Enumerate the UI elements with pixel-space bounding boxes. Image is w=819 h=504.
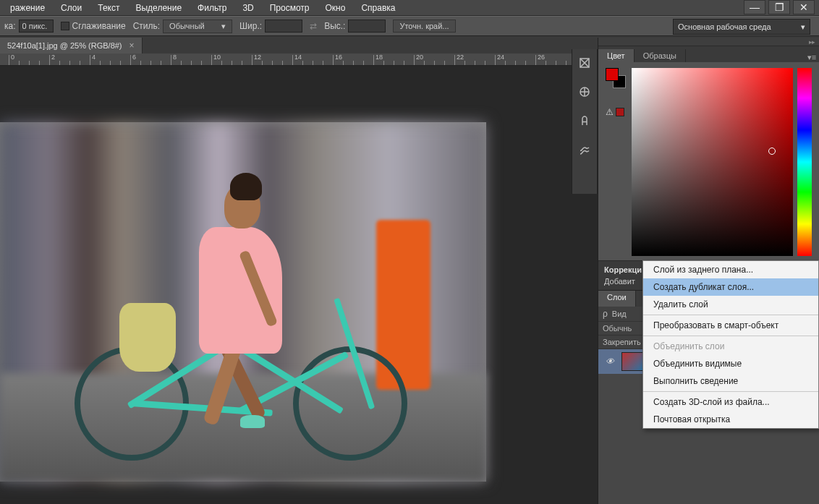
context-menu-item[interactable]: Преобразовать в смарт-объект (643, 317, 818, 334)
antialias-label: Сглаживание (72, 21, 126, 31)
antialias-checkbox[interactable] (61, 22, 69, 30)
tab-color[interactable]: Цвет (598, 49, 635, 62)
hue-slider[interactable] (797, 68, 812, 256)
menu-item[interactable]: Слои (54, 1, 89, 14)
chevron-down-icon: ▾ (221, 22, 226, 31)
layer-context-menu: Слой из заднего плана...Создать дубликат… (642, 260, 819, 429)
collapsed-panel-dock (572, 49, 598, 194)
maximize-button[interactable]: ❐ (768, 0, 790, 14)
visibility-toggle-icon[interactable]: 👁 (604, 356, 616, 367)
color-field[interactable] (632, 68, 793, 256)
panel-menu-icon[interactable]: ▾≡ (805, 53, 819, 62)
gamut-warning[interactable]: ⚠ (606, 107, 627, 117)
menu-item[interactable]: Выделение (128, 1, 189, 14)
menu-item[interactable]: Окно (318, 1, 353, 14)
gamut-swatch (616, 108, 624, 116)
window-controls: — ❐ ✕ (741, 0, 815, 14)
lock-label: Закрепить (603, 338, 641, 346)
style-label: Стиль: (133, 21, 160, 31)
menu-item[interactable]: Просмотр (263, 1, 317, 14)
blend-mode-select[interactable]: Обычнь (603, 324, 632, 333)
main-menu-bar: ражение Слои Текст Выделение Фильтр 3D П… (0, 0, 819, 16)
workspace-value: Основная рабочая среда (678, 22, 771, 31)
layer-filter-label: Вид (612, 309, 627, 318)
fg-bg-swatch[interactable] (606, 68, 626, 88)
tab-layers[interactable]: Слои (598, 291, 636, 307)
width-label: Шир.: (239, 21, 262, 31)
context-menu-item: Объединить слои (643, 338, 818, 355)
feather-label: ка: (4, 21, 16, 31)
document-tab[interactable]: 524f10a[1].jpg @ 25% (RGB/8#) × (0, 38, 143, 54)
menu-item[interactable]: Фильтр (190, 1, 234, 14)
tab-swatches[interactable]: Образцы (635, 49, 686, 62)
menu-item[interactable]: ражение (3, 1, 52, 14)
context-menu-item[interactable]: Слой из заднего плана... (643, 261, 818, 278)
context-menu-item[interactable]: Почтовая открытка (643, 411, 818, 428)
menu-item[interactable]: Текст (90, 1, 127, 14)
foreground-color-swatch[interactable] (606, 68, 619, 81)
context-menu-item[interactable]: Создать 3D-слой из файла... (643, 393, 818, 411)
color-panel-tabs: Цвет Образцы ▾≡ (598, 46, 819, 62)
panel-collapse-grip[interactable]: ▸▸ (598, 38, 819, 46)
height-label: Выс.: (324, 21, 345, 31)
refine-edge-button[interactable]: Уточн. край... (393, 20, 455, 33)
swap-dimensions-icon[interactable]: ⇄ (310, 21, 317, 31)
menu-item[interactable]: Справка (354, 1, 402, 14)
color-panel: ⚠ (598, 62, 819, 261)
minimize-button[interactable]: — (744, 0, 765, 14)
color-picker-cursor (768, 148, 776, 155)
close-tab-icon[interactable]: × (130, 40, 135, 51)
warning-icon: ⚠ (606, 107, 614, 117)
close-button[interactable]: ✕ (793, 0, 815, 14)
style-value: Обычный (169, 22, 205, 31)
style-select[interactable]: Обычный▾ (163, 20, 232, 33)
context-menu-item[interactable]: Выполнить сведение (643, 372, 818, 390)
height-input[interactable] (348, 20, 386, 33)
history-panel-icon[interactable] (577, 55, 593, 71)
width-input[interactable] (265, 20, 302, 33)
character-panel-icon[interactable] (577, 113, 593, 129)
context-menu-item[interactable]: Удалить слой (643, 296, 818, 313)
feather-input[interactable] (19, 20, 54, 33)
menu-item[interactable]: 3D (235, 1, 260, 14)
document-canvas[interactable] (0, 122, 486, 482)
document-tab-title: 524f10a[1].jpg @ 25% (RGB/8#) (7, 41, 122, 50)
context-menu-item[interactable]: Создать дубликат слоя... (643, 278, 818, 296)
brush-panel-icon[interactable] (577, 142, 593, 158)
chevron-down-icon: ▾ (801, 22, 805, 32)
navigator-panel-icon[interactable] (577, 84, 593, 100)
workspace-switcher[interactable]: Основная рабочая среда▾ (673, 19, 810, 35)
canvas-area[interactable] (0, 66, 598, 504)
context-menu-item[interactable]: Объединить видимые (643, 355, 818, 372)
